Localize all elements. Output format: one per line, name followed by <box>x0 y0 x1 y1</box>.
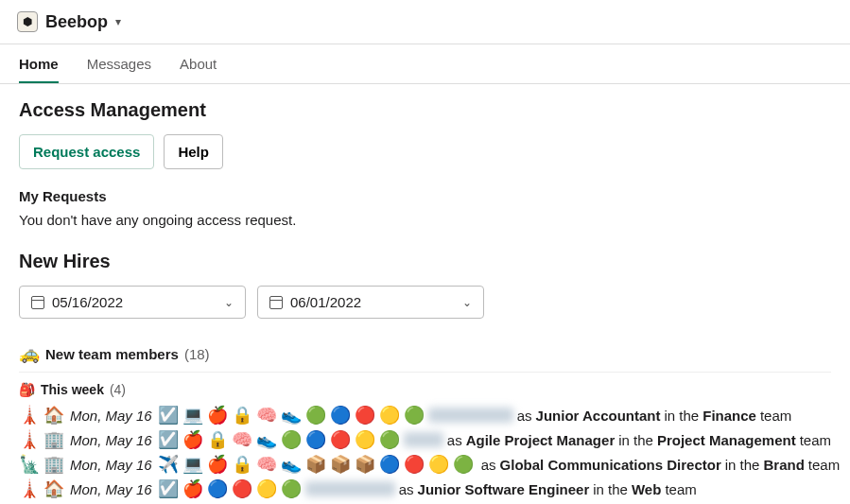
date-from-value: 05/16/2022 <box>52 294 123 310</box>
tool-icon: 📦 <box>330 456 351 473</box>
hire-name-redacted <box>305 481 395 496</box>
location-icon: 🗼 <box>19 407 40 424</box>
date-from-input[interactable]: 05/16/2022 ⌄ <box>19 286 246 319</box>
in-the-text: in the <box>725 457 760 473</box>
in-the-text: in the <box>665 408 700 424</box>
tab-home[interactable]: Home <box>19 44 59 83</box>
hire-team: Brand <box>763 457 804 473</box>
hire-role: Global Communications Director <box>500 457 721 473</box>
tool-icon: 🟡 <box>428 456 449 473</box>
team-word: team <box>760 408 791 424</box>
hire-list: 🗼🏠Mon, May 16☑️💻🍎🔒🧠👟🟢🔵🔴🟡🟢 as Junior Acco… <box>19 403 831 501</box>
tool-icon: 🟢 <box>305 407 326 424</box>
tool-icon: ✈️ <box>158 456 179 473</box>
location-icon: 🏢 <box>43 431 64 448</box>
my-requests-label: My Requests <box>19 188 831 204</box>
tool-icon: 🔒 <box>232 407 252 424</box>
tool-icon: 🍎 <box>182 431 203 448</box>
tool-icon: 🧠 <box>232 431 252 448</box>
tab-messages[interactable]: Messages <box>87 44 151 83</box>
hire-name-redacted <box>428 408 513 423</box>
titlebar: ⬢ Beebop ▾ <box>0 0 850 44</box>
as-text: as <box>481 457 496 473</box>
hire-date: Mon, May 16 <box>70 457 152 473</box>
tool-icon: 🟢 <box>281 431 302 448</box>
hire-date: Mon, May 16 <box>70 408 152 424</box>
tool-icon: 💻 <box>182 456 203 473</box>
app-icon: ⬢ <box>17 11 38 32</box>
tool-icon: 🔒 <box>207 431 228 448</box>
tool-icon: 🔴 <box>232 480 252 497</box>
app-title: Beebop <box>45 12 108 32</box>
as-text: as <box>447 432 462 448</box>
hire-row: 🗽🏢Mon, May 16✈️💻🍎🔒🧠👟📦📦📦🔵🔴🟡🟢 as Global Co… <box>19 452 831 477</box>
date-range: 05/16/2022 ⌄ 06/01/2022 ⌄ <box>19 286 831 319</box>
new-members-section: 🚕 New team members (18) <box>19 336 831 373</box>
tool-icon: 👟 <box>256 431 277 448</box>
location-icon: 🏢 <box>43 456 64 473</box>
request-access-button[interactable]: Request access <box>19 134 154 169</box>
tool-icon: 🟡 <box>355 431 375 448</box>
in-the-text: in the <box>618 432 653 448</box>
hire-team: Finance <box>703 408 756 424</box>
tool-icon: 🔵 <box>330 407 351 424</box>
chevron-down-icon[interactable]: ▾ <box>115 15 121 28</box>
tool-icon: 🟢 <box>453 456 474 473</box>
team-word: team <box>808 457 840 473</box>
tool-icon: 📦 <box>305 456 326 473</box>
tool-icon: 🔵 <box>207 480 228 497</box>
tool-icon: 🧠 <box>256 456 277 473</box>
tool-icon: 👟 <box>281 456 302 473</box>
tool-icon: 👟 <box>281 407 302 424</box>
tool-icon: ☑️ <box>158 431 179 448</box>
date-to-value: 06/01/2022 <box>290 294 361 310</box>
tool-icon: 🔴 <box>330 431 351 448</box>
tool-icon: ☑️ <box>158 407 179 424</box>
as-text: as <box>517 408 532 424</box>
tool-icon: 🍎 <box>207 407 228 424</box>
hire-team: Web <box>632 481 661 497</box>
hire-row: 🗼🏠Mon, May 16☑️💻🍎🔒🧠👟🟢🔵🔴🟡🟢 as Junior Acco… <box>19 403 831 427</box>
new-hires-heading: New Hires <box>19 251 831 272</box>
tool-icon: ☑️ <box>158 480 179 497</box>
tool-icon: 🔵 <box>305 431 326 448</box>
calendar-icon <box>31 296 44 309</box>
this-week-label: This week <box>41 382 104 397</box>
tool-icon: 🟢 <box>281 480 302 497</box>
location-icon: 🗼 <box>19 431 40 448</box>
hire-date: Mon, May 16 <box>70 432 152 448</box>
button-row: Request access Help <box>19 134 831 169</box>
tool-icon: 🔒 <box>232 456 252 473</box>
team-word: team <box>800 432 831 448</box>
hire-row: 🗼🏠Mon, May 16☑️🍎🔵🔴🟡🟢 as Junior Software … <box>19 477 831 501</box>
tool-icon: 🍎 <box>207 456 228 473</box>
location-icon: 🏠 <box>43 480 64 497</box>
tool-icon: 🍎 <box>182 480 203 497</box>
hire-role: Agile Project Manager <box>466 432 616 448</box>
tool-icon: 🟢 <box>404 407 425 424</box>
hire-role: Junior Accountant <box>536 408 661 424</box>
as-text: as <box>399 481 414 497</box>
tool-icon: 📦 <box>355 456 375 473</box>
date-to-input[interactable]: 06/01/2022 ⌄ <box>257 286 484 319</box>
team-word: team <box>665 481 696 497</box>
access-heading: Access Management <box>19 99 831 121</box>
tab-about[interactable]: About <box>180 44 217 83</box>
hire-role: Junior Software Engineer <box>418 481 590 497</box>
tool-icon: 🧠 <box>256 407 277 424</box>
tool-icon: 🟡 <box>379 407 400 424</box>
location-icon: 🏠 <box>43 407 64 424</box>
hire-date: Mon, May 16 <box>70 481 152 497</box>
hire-name-redacted <box>404 432 443 447</box>
in-the-text: in the <box>593 481 628 497</box>
location-icon: 🗽 <box>19 456 40 473</box>
hire-team: Project Management <box>657 432 796 448</box>
location-icon: 🗼 <box>19 480 40 497</box>
this-week-count: (4) <box>110 382 126 397</box>
chevron-down-icon: ⌄ <box>462 296 472 309</box>
help-button[interactable]: Help <box>164 134 223 169</box>
content: Access Management Request access Help My… <box>0 84 850 504</box>
new-members-label: New team members <box>45 346 179 362</box>
tool-icon: 🔵 <box>379 456 400 473</box>
tool-icon: 🔴 <box>404 456 425 473</box>
